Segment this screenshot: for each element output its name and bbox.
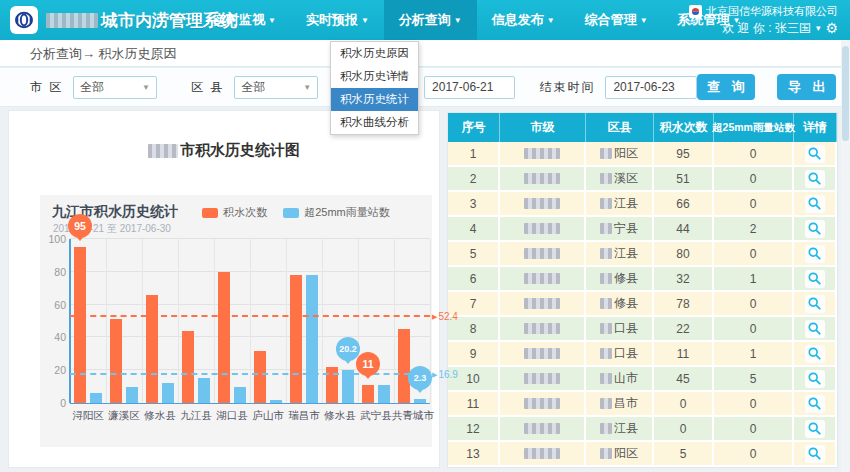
- district-select[interactable]: 全部 ▼: [234, 76, 318, 99]
- detail-button[interactable]: [805, 445, 825, 463]
- bar-stations[interactable]: [306, 275, 318, 403]
- cell-city: [500, 417, 586, 442]
- menu-info-publish[interactable]: 信息发布▼: [477, 0, 570, 40]
- detail-button[interactable]: [805, 370, 825, 388]
- dropdown-item-water-history-reason[interactable]: 积水历史原因: [331, 42, 418, 65]
- bar-stations[interactable]: [378, 385, 390, 403]
- cell-city: [500, 292, 586, 317]
- redacted-city-name: [524, 323, 560, 334]
- chart-card-title: 市积水历史统计图: [9, 141, 439, 160]
- menu-general-manage[interactable]: 综合管理▼: [570, 0, 663, 40]
- bar-count[interactable]: [182, 331, 194, 403]
- x-tick-label: 修水县: [140, 409, 180, 423]
- x-tick-label: 湖口县: [212, 409, 252, 423]
- bar-stations[interactable]: [198, 378, 210, 403]
- detail-button[interactable]: [805, 345, 825, 363]
- page-scrollbar[interactable]: [841, 40, 850, 472]
- end-date-input[interactable]: 2017-06-23: [605, 76, 696, 99]
- cell-district: 修县: [586, 267, 654, 292]
- scrollbar-thumb[interactable]: [842, 46, 849, 141]
- city-select[interactable]: 全部 ▼: [73, 76, 157, 99]
- detail-button[interactable]: [805, 220, 825, 238]
- detail-button[interactable]: [805, 395, 825, 413]
- cell-detail: [794, 242, 837, 267]
- bar-stations[interactable]: [162, 383, 174, 403]
- redacted-district-prefix: [600, 173, 612, 184]
- bar-count[interactable]: [74, 247, 86, 403]
- detail-button[interactable]: [805, 245, 825, 263]
- bar-count[interactable]: [398, 329, 410, 403]
- query-button[interactable]: 查 询: [697, 74, 756, 100]
- cell-count: 0: [654, 392, 714, 417]
- bar-stations[interactable]: [90, 393, 102, 403]
- redacted-city-name: [524, 198, 560, 209]
- y-tick-label: 60: [40, 299, 66, 311]
- legend-item[interactable]: 超25mm雨量站数: [283, 205, 390, 220]
- analysis-dropdown-menu: 积水历史原因积水历史详情积水历史统计积水曲线分析: [330, 41, 419, 135]
- cell-count: 0: [654, 417, 714, 442]
- legend-item[interactable]: 积水次数: [202, 205, 267, 220]
- cell-district: 江县: [586, 192, 654, 217]
- cell-district: 昌市: [586, 392, 654, 417]
- magnifier-icon: [808, 147, 821, 160]
- redacted-district-prefix: [600, 448, 612, 459]
- redacted-district-prefix: [600, 348, 612, 359]
- bar-count[interactable]: [290, 275, 302, 403]
- bar-stations[interactable]: [234, 387, 246, 403]
- end-date-label: 结束时间: [539, 79, 595, 96]
- cell-stations: 0: [714, 392, 794, 417]
- welcome-text[interactable]: 欢 迎 你 : 张三国: [722, 20, 811, 37]
- magnifier-icon: [808, 272, 821, 285]
- cell-city: [500, 142, 586, 167]
- x-tick-label: 九江县: [176, 409, 216, 423]
- detail-button[interactable]: [805, 420, 825, 438]
- redacted-city-prefix: [46, 13, 98, 28]
- cell-stations: 0: [714, 292, 794, 317]
- detail-button[interactable]: [805, 195, 825, 213]
- cell-index: 11: [448, 392, 500, 417]
- export-button[interactable]: 导 出: [777, 74, 836, 100]
- bar-count[interactable]: [146, 295, 158, 403]
- cell-city: [500, 392, 586, 417]
- detail-button[interactable]: [805, 320, 825, 338]
- app-logo-icon: [10, 6, 38, 34]
- start-date-input[interactable]: 2017-06-21: [424, 76, 515, 99]
- dropdown-item-water-history-detail[interactable]: 积水历史详情: [331, 65, 418, 88]
- bar-count[interactable]: [218, 272, 230, 403]
- bar-count[interactable]: [254, 351, 266, 403]
- detail-button[interactable]: [805, 295, 825, 313]
- menu-analysis-query[interactable]: 分析查询▼: [384, 0, 477, 40]
- dropdown-item-water-history-stats[interactable]: 积水历史统计: [331, 88, 418, 111]
- detail-button[interactable]: [805, 170, 825, 188]
- detail-button[interactable]: [805, 270, 825, 288]
- bar-stations[interactable]: [126, 387, 138, 403]
- cell-district: 江县: [586, 242, 654, 267]
- y-tick-label: 0: [40, 397, 66, 409]
- cell-stations: 0: [714, 417, 794, 442]
- cell-detail: [794, 217, 837, 242]
- cell-detail: [794, 367, 837, 392]
- cell-count: 95: [654, 142, 714, 167]
- bar-count[interactable]: [362, 385, 374, 403]
- legend-label: 积水次数: [223, 205, 267, 220]
- chevron-down-icon: ▼: [142, 83, 150, 92]
- company-name-text: 北京国信华源科技有限公司: [706, 3, 838, 20]
- user-menu-caret-icon[interactable]: ▾: [816, 20, 821, 37]
- bar-count[interactable]: [110, 319, 122, 403]
- redacted-district-prefix: [600, 198, 612, 209]
- cell-index: 13: [448, 442, 500, 467]
- cell-district: 山市: [586, 367, 654, 392]
- dropdown-item-water-curve-analysis[interactable]: 积水曲线分析: [331, 111, 418, 134]
- city-select-value: 全部: [80, 79, 104, 96]
- menu-realtime-forecast[interactable]: 实时预报▼: [291, 0, 384, 40]
- cell-count: 5: [654, 442, 714, 467]
- cell-index: 3: [448, 192, 500, 217]
- gridline: [142, 239, 143, 403]
- cell-district: 口县: [586, 342, 654, 367]
- table-header-cell: 序号: [448, 113, 500, 142]
- menu-realtime-monitor[interactable]: 实时监视▼: [198, 0, 291, 40]
- chart-card-title-text: 市积水历史统计图: [180, 141, 300, 160]
- settings-gear-icon[interactable]: ⚙: [825, 20, 838, 37]
- detail-button[interactable]: [805, 145, 825, 163]
- magnifier-icon: [808, 397, 821, 410]
